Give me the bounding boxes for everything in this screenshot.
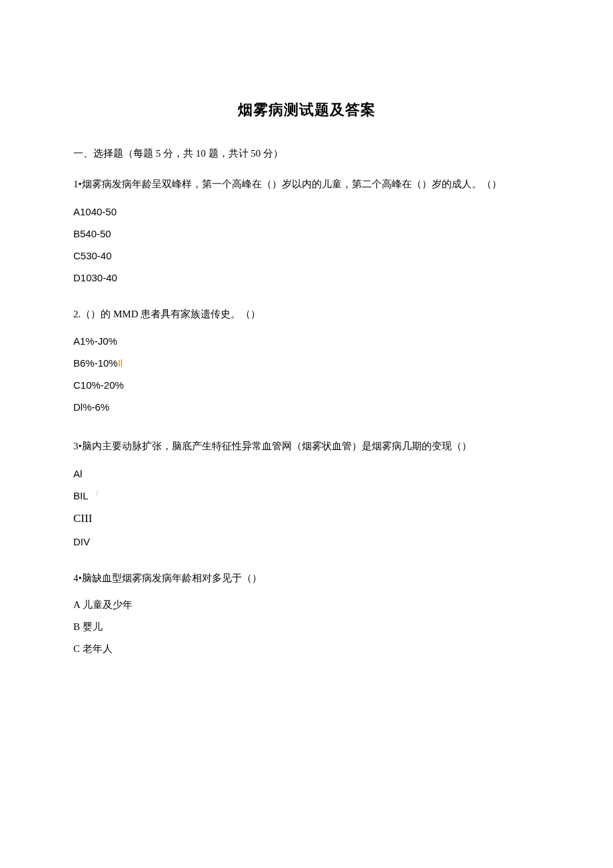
- q3-option-b: BIL 「: [73, 489, 540, 503]
- q1-stem: 1•烟雾病发病年龄呈双峰样，第一个高峰在（）岁以内的儿童，第二个高峰在（）岁的成…: [73, 173, 540, 195]
- q1-option-b: B540-50: [73, 227, 540, 241]
- q4-option-c: C 老年人: [73, 642, 540, 656]
- q2-option-b-mark: Il: [118, 357, 123, 369]
- q2-option-b-text: B6%-10%: [73, 357, 118, 369]
- q4-stem: 4•脑缺血型烟雾病发病年龄相对多见于（）: [73, 570, 540, 586]
- q3-option-a: Al: [73, 467, 540, 481]
- q2-option-b: B6%-10%Il: [73, 356, 540, 370]
- section-heading: 一、选择题（每题 5 分，共 10 题，共计 50 分）: [73, 145, 540, 161]
- q3-option-d: DIV: [73, 535, 540, 549]
- q2-option-c: C10%-20%: [73, 378, 540, 392]
- q3-stem: 3•脑内主要动脉扩张，脑底产生特征性异常血管网（烟雾状血管）是烟雾病几期的变现（…: [73, 435, 540, 457]
- q2-option-d: Dl%-6%: [73, 400, 540, 414]
- q2-option-a: A1%-J0%: [73, 334, 540, 348]
- q1-option-a: A1040-50: [73, 205, 540, 219]
- q1-option-c: C530-40: [73, 249, 540, 263]
- spacer: [73, 557, 540, 570]
- q2-stem: 2.（）的 MMD 患者具有家族遗传史。（）: [73, 306, 540, 322]
- q4-option-b: B 婴儿: [73, 620, 540, 634]
- q1-option-d: D1030-40: [73, 271, 540, 285]
- q3-option-b-mark: 「: [91, 490, 101, 501]
- spacer: [73, 422, 540, 435]
- q3-option-b-text: BIL: [73, 490, 88, 501]
- spacer: [73, 293, 540, 306]
- document-page: 烟雾病测试题及答案 一、选择题（每题 5 分，共 10 题，共计 50 分） 1…: [0, 0, 613, 704]
- q3-option-c: CIII: [73, 511, 540, 527]
- page-title: 烟雾病测试题及答案: [73, 100, 540, 120]
- q4-option-a: A 儿童及少年: [73, 598, 540, 612]
